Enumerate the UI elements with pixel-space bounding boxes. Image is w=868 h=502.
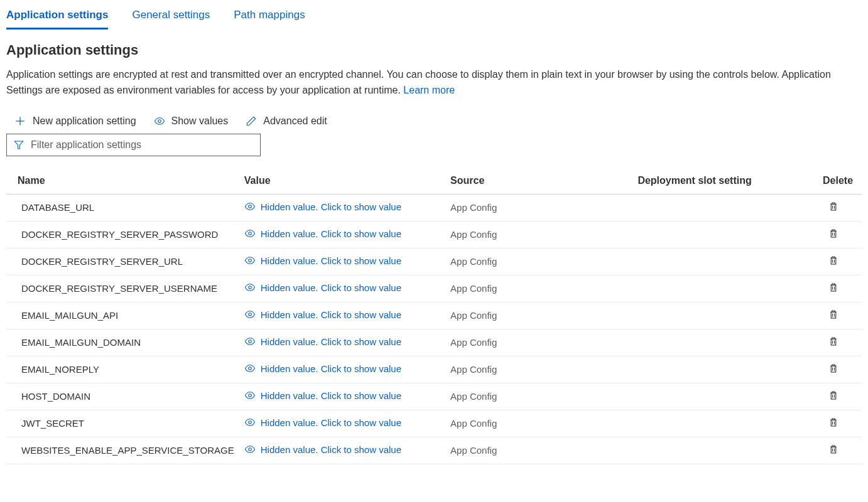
delete-cell: [818, 302, 862, 329]
show-value-link[interactable]: Hidden value. Click to show value: [244, 336, 401, 347]
setting-value-cell: Hidden value. Click to show value: [239, 437, 445, 464]
new-setting-button[interactable]: New application setting: [14, 115, 136, 127]
column-header-source[interactable]: Source: [445, 169, 632, 195]
trash-icon: [828, 363, 839, 374]
tab-application-settings[interactable]: Application settings: [6, 5, 108, 29]
svg-point-20: [249, 313, 252, 316]
svg-point-36: [249, 421, 252, 424]
delete-button[interactable]: [823, 336, 839, 347]
show-value-link[interactable]: Hidden value. Click to show value: [244, 282, 401, 293]
deployment-slot-cell: [632, 194, 818, 221]
svg-rect-21: [831, 312, 836, 318]
new-setting-label: New application setting: [33, 115, 136, 127]
delete-button[interactable]: [823, 282, 839, 293]
setting-name[interactable]: EMAIL_NOREPLY: [6, 356, 239, 383]
setting-value-cell: Hidden value. Click to show value: [239, 221, 445, 248]
svg-point-12: [249, 259, 252, 262]
delete-button[interactable]: [823, 444, 839, 455]
setting-source: App Config: [445, 194, 632, 221]
setting-value-cell: Hidden value. Click to show value: [239, 383, 445, 410]
table-header-row: Name Value Source Deployment slot settin…: [6, 169, 862, 195]
trash-icon: [828, 201, 839, 212]
delete-button[interactable]: [823, 228, 839, 239]
setting-name[interactable]: DOCKER_REGISTRY_SERVER_USERNAME: [6, 275, 239, 302]
delete-button[interactable]: [823, 309, 839, 320]
setting-name[interactable]: WEBSITES_ENABLE_APP_SERVICE_STORAGE: [6, 437, 239, 464]
table-row: WEBSITES_ENABLE_APP_SERVICE_STORAGEHidde…: [6, 437, 862, 464]
svg-rect-29: [831, 366, 836, 372]
show-value-link[interactable]: Hidden value. Click to show value: [244, 390, 401, 401]
filter-container[interactable]: [6, 134, 261, 156]
table-row: EMAIL_NOREPLYHidden value. Click to show…: [6, 356, 862, 383]
advanced-edit-button[interactable]: Advanced edit: [246, 115, 327, 127]
trash-icon: [828, 282, 839, 293]
delete-cell: [818, 221, 862, 248]
svg-rect-9: [831, 231, 836, 237]
column-header-slot[interactable]: Deployment slot setting: [632, 169, 818, 195]
setting-value-cell: Hidden value. Click to show value: [239, 275, 445, 302]
setting-name[interactable]: EMAIL_MAILGUN_API: [6, 302, 239, 329]
svg-rect-25: [831, 339, 836, 345]
show-value-link[interactable]: Hidden value. Click to show value: [244, 201, 401, 212]
setting-name[interactable]: DOCKER_REGISTRY_SERVER_PASSWORD: [6, 221, 239, 248]
show-values-button[interactable]: Show values: [154, 115, 229, 127]
deployment-slot-cell: [632, 329, 818, 356]
show-value-link[interactable]: Hidden value. Click to show value: [244, 309, 401, 320]
deployment-slot-cell: [632, 221, 818, 248]
trash-icon: [828, 309, 839, 320]
setting-value-cell: Hidden value. Click to show value: [239, 194, 445, 221]
settings-table: Name Value Source Deployment slot settin…: [6, 169, 862, 464]
delete-cell: [818, 437, 862, 464]
setting-source: App Config: [445, 302, 632, 329]
trash-icon: [828, 444, 839, 455]
delete-button[interactable]: [823, 255, 839, 266]
deployment-slot-cell: [632, 275, 818, 302]
trash-icon: [828, 255, 839, 266]
eye-icon: [244, 336, 256, 347]
svg-point-4: [249, 205, 252, 208]
show-value-link[interactable]: Hidden value. Click to show value: [244, 444, 401, 455]
show-value-link[interactable]: Hidden value. Click to show value: [244, 228, 401, 239]
setting-source: App Config: [445, 275, 632, 302]
delete-button[interactable]: [823, 390, 839, 401]
table-row: HOST_DOMAINHidden value. Click to show v…: [6, 383, 862, 410]
delete-button[interactable]: [823, 363, 839, 374]
show-value-link[interactable]: Hidden value. Click to show value: [244, 417, 401, 428]
pencil-icon: [246, 115, 257, 127]
hidden-value-label: Hidden value. Click to show value: [261, 201, 401, 212]
setting-source: App Config: [445, 410, 632, 437]
delete-cell: [818, 248, 862, 275]
setting-name[interactable]: JWT_SECRET: [6, 410, 239, 437]
hidden-value-label: Hidden value. Click to show value: [261, 309, 401, 320]
tab-general-settings[interactable]: General settings: [132, 5, 210, 29]
setting-name[interactable]: HOST_DOMAIN: [6, 383, 239, 410]
delete-cell: [818, 410, 862, 437]
column-header-value[interactable]: Value: [239, 169, 445, 195]
filter-input[interactable]: [31, 139, 254, 151]
setting-value-cell: Hidden value. Click to show value: [239, 302, 445, 329]
column-header-name[interactable]: Name: [6, 169, 239, 195]
table-row: EMAIL_MAILGUN_DOMAINHidden value. Click …: [6, 329, 862, 356]
setting-name[interactable]: DOCKER_REGISTRY_SERVER_URL: [6, 248, 239, 275]
eye-icon: [244, 201, 256, 212]
hidden-value-label: Hidden value. Click to show value: [261, 336, 401, 347]
setting-name[interactable]: DATABASE_URL: [6, 194, 239, 221]
hidden-value-label: Hidden value. Click to show value: [261, 444, 401, 455]
show-value-link[interactable]: Hidden value. Click to show value: [244, 255, 401, 266]
deployment-slot-cell: [632, 410, 818, 437]
section-description: Application settings are encrypted at re…: [6, 67, 848, 99]
delete-cell: [818, 356, 862, 383]
learn-more-link[interactable]: Learn more: [403, 85, 455, 95]
delete-button[interactable]: [823, 201, 839, 212]
setting-name[interactable]: EMAIL_MAILGUN_DOMAIN: [6, 329, 239, 356]
delete-cell: [818, 275, 862, 302]
delete-button[interactable]: [823, 417, 839, 428]
tab-path-mappings[interactable]: Path mappings: [234, 5, 305, 29]
svg-rect-41: [831, 447, 836, 453]
delete-cell: [818, 194, 862, 221]
table-row: JWT_SECRETHidden value. Click to show va…: [6, 410, 862, 437]
setting-source: App Config: [445, 356, 632, 383]
table-row: DOCKER_REGISTRY_SERVER_URLHidden value. …: [6, 248, 862, 275]
hidden-value-label: Hidden value. Click to show value: [261, 255, 401, 266]
show-value-link[interactable]: Hidden value. Click to show value: [244, 363, 401, 374]
